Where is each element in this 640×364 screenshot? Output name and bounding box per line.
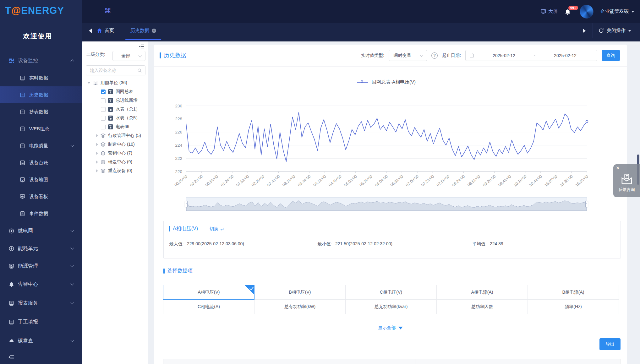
tree-group-rd-center[interactable]: 研发中心 (9) <box>82 158 148 166</box>
sidebar-item-report-service[interactable]: 报表服务 <box>0 294 82 312</box>
home-tab-label: 首页 <box>105 28 114 34</box>
data-item-total-reactive-power[interactable]: 总无功功率(kvar) <box>345 299 437 314</box>
help-icon[interactable]: ? <box>431 52 438 59</box>
sidebar-item-device-ledger[interactable]: 设备台账 <box>0 154 82 171</box>
tree-collapse-caret-icon[interactable] <box>96 134 98 137</box>
org-switcher[interactable]: 企业能管双碳 <box>600 8 634 14</box>
checkbox[interactable] <box>101 98 106 103</box>
sidebar-item-manual-entry[interactable]: 手工填报 <box>0 312 82 331</box>
tree-group-marketing-center[interactable]: 营销中心 (7) <box>82 149 148 158</box>
category-select[interactable]: 全部 <box>112 51 145 61</box>
title-accent-bar <box>160 52 161 58</box>
sidebar-item-carbon-inventory[interactable]: 碳盘查 <box>0 331 82 350</box>
data-item-phase-b-current[interactable]: B相电流(A) <box>528 285 619 300</box>
sidebar-item-power-quality[interactable]: 电能质量 <box>0 137 82 154</box>
tab-home[interactable]: 首页 <box>97 28 114 34</box>
data-item-phase-a-voltage[interactable]: A相电压(V) <box>163 285 254 300</box>
checkbox[interactable] <box>101 116 106 121</box>
refresh-icon[interactable] <box>599 28 604 33</box>
data-item-grid: A相电压(V)B相电压(V)C相电压(V)A相电流(A)B相电流(A)C相电流(… <box>163 285 621 314</box>
building-icon <box>93 80 98 85</box>
tabs-scroll-right-icon[interactable] <box>583 29 586 33</box>
search-icon[interactable] <box>137 68 142 73</box>
date-start[interactable]: 2025-02-12 <box>476 53 532 58</box>
avatar[interactable] <box>580 5 594 19</box>
notifications-button[interactable]: 99+ <box>565 7 573 16</box>
chart-legend[interactable]: 国网总表-A相电压(V) <box>357 79 416 85</box>
datazoom-left-handle[interactable] <box>185 201 188 207</box>
tree-item-meter-66[interactable]: 电表66 <box>82 122 148 131</box>
notification-badge: 99+ <box>568 5 579 11</box>
sidebar-item-device-map[interactable]: 设备地图 <box>0 171 82 188</box>
tree-group-manufacturing-center[interactable]: 制造中心 (10) <box>82 140 148 149</box>
tree-collapse-caret-icon[interactable] <box>96 152 98 155</box>
tree-group-admin-center[interactable]: 行政管理中心 (5) <box>82 131 148 140</box>
svg-text:07:00:00: 07:00:00 <box>405 174 419 187</box>
data-item-phase-c-current[interactable]: C相电流(A) <box>163 299 254 314</box>
tab-history-data[interactable]: 历史数据 ✕ <box>127 23 159 38</box>
sidebar-item-device-board[interactable]: 设备看板 <box>0 188 82 205</box>
big-screen-label: 大屏 <box>548 8 558 14</box>
feedback-widget[interactable]: ✕ 反馈咨询 <box>613 164 640 197</box>
tab-close-icon[interactable]: ✕ <box>152 29 156 33</box>
checkbox[interactable] <box>101 107 106 112</box>
tree-item-water-meter-total-5[interactable]: 水表（总5） <box>82 114 148 122</box>
sidebar-item-energy-management[interactable]: 能源管理 <box>0 257 82 275</box>
tree-item-grid-master-meter[interactable]: 国网总表 <box>82 87 148 96</box>
close-operations-dropdown[interactable]: 关闭操作 <box>607 28 640 34</box>
tree-collapse-caret-icon[interactable] <box>96 160 98 164</box>
switch-metric-link[interactable]: 切换 <box>210 226 224 232</box>
tree-item-label: 水表（总5） <box>116 115 140 121</box>
datazoom-right-handle[interactable] <box>585 201 588 207</box>
sidebar-item-microgrid[interactable]: 微电网 <box>0 222 82 240</box>
query-button[interactable]: 查询 <box>602 50 620 61</box>
big-screen-link[interactable]: 大屏 <box>541 8 558 14</box>
data-item-frequency[interactable]: 频率(Hz) <box>528 299 619 314</box>
device-tree-panel: 二级分类: 全部 用能单位 (36)国网总表总进线新增水表（总1）水表（总5）电… <box>82 41 148 364</box>
tree-item-main-incoming-new[interactable]: 总进线新增 <box>82 96 148 105</box>
sidebar-item-event-data[interactable]: 事件数据 <box>0 205 82 222</box>
realtime-type-select[interactable]: 瞬时变量 <box>389 50 427 61</box>
data-item-phase-a-current[interactable]: A相电流(A) <box>436 285 528 300</box>
tab-bar: 首页 历史数据 ✕ 关闭操作 <box>82 23 640 41</box>
show-all-toggle[interactable]: 显示全部 <box>154 325 627 331</box>
apps-grid-icon[interactable]: ⌘ <box>104 8 111 14</box>
svg-text:222: 222 <box>175 156 182 161</box>
tree-item-water-meter-total-1[interactable]: 水表（总1） <box>82 105 148 114</box>
data-item-total-active-power[interactable]: 总有功功率(kW) <box>254 299 346 314</box>
tabs-scroll-left-icon[interactable] <box>89 29 92 33</box>
tree-collapse-caret-icon[interactable] <box>96 143 98 146</box>
data-table-header <box>163 359 621 364</box>
sidebar-item-device-monitoring[interactable]: 设备监控 <box>0 52 82 69</box>
close-operations-label: 关闭操作 <box>607 28 626 34</box>
sidebar-item-history-data[interactable]: 历史数据 <box>0 86 82 103</box>
checkbox-checked[interactable] <box>101 90 106 94</box>
title-accent-bar <box>163 269 165 274</box>
data-item-total-power-factor[interactable]: 总功率因数 <box>436 299 528 314</box>
sidebar-item-web-scada[interactable]: WEB组态 <box>0 120 82 137</box>
tree-collapse-caret-icon[interactable] <box>96 169 98 172</box>
export-button[interactable]: 导出 <box>599 338 621 350</box>
date-end[interactable]: 2025-02-12 <box>537 53 593 58</box>
tree-expand-icon[interactable] <box>87 82 90 84</box>
datazoom-slider[interactable] <box>186 197 587 211</box>
sidebar-item-meter-reading-data[interactable]: 抄表数据 <box>0 103 82 120</box>
tree-item-label: 电表66 <box>116 124 129 130</box>
data-item-phase-b-voltage[interactable]: B相电压(V) <box>254 285 346 300</box>
sidebar-item-alarm-center[interactable]: 告警中心 <box>0 275 82 294</box>
tree-node-energy-units[interactable]: 用能单位 (36) <box>82 79 148 87</box>
calendar-icon <box>469 53 474 58</box>
sidebar-item-energy-consumption-unit[interactable]: 能耗单元 <box>0 240 82 257</box>
collapse-sidebar-icon[interactable] <box>8 355 14 360</box>
sidebar-item-label: 设备监控 <box>18 57 38 64</box>
tree-collapse-icon[interactable] <box>139 44 144 49</box>
tree-group-key-equipment[interactable]: 重点设备 (0) <box>82 166 148 175</box>
data-item-phase-c-voltage[interactable]: C相电压(V) <box>345 285 437 300</box>
device-search-input[interactable] <box>89 68 137 73</box>
svg-text:16:03:00: 16:03:00 <box>575 174 589 187</box>
checkbox[interactable] <box>101 125 106 129</box>
sidebar-item-realtime-data[interactable]: 实时数据 <box>0 69 82 86</box>
chevron-up-icon <box>70 59 74 63</box>
close-icon[interactable]: ✕ <box>616 166 620 170</box>
date-range-picker[interactable]: 2025-02-12 - 2025-02-12 <box>465 50 597 61</box>
